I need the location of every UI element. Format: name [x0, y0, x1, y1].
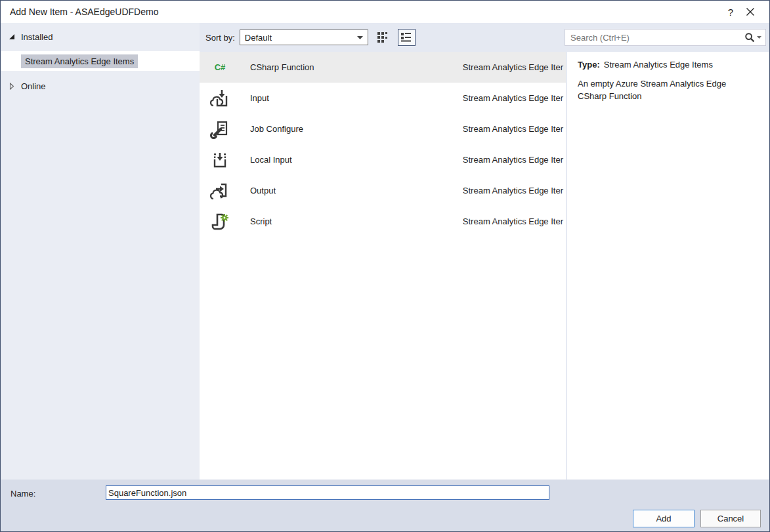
template-list: C# CSharp Function Stream Analytics Edge…	[200, 52, 566, 480]
item-name: Script	[250, 216, 272, 226]
list-item-csharp-function[interactable]: C# CSharp Function Stream Analytics Edge…	[200, 52, 566, 83]
item-type: Stream Analytics Edge Iter	[463, 186, 563, 195]
item-type: Stream Analytics Edge Iter	[463, 155, 563, 165]
list-item-script[interactable]: Script Stream Analytics Edge Iter	[200, 206, 566, 237]
list-item-output[interactable]: Output Stream Analytics Edge Iter	[200, 175, 566, 206]
local-input-icon	[209, 149, 231, 171]
input-icon	[209, 87, 231, 110]
tree-collapsed-icon	[7, 82, 16, 90]
csharp-icon: C#	[209, 56, 231, 79]
help-icon: ?	[728, 7, 733, 18]
type-value: Stream Analytics Edge Items	[604, 60, 713, 70]
search-box[interactable]	[565, 29, 766, 46]
sidebar-item-installed[interactable]: Installed	[1, 30, 200, 44]
item-type: Stream Analytics Edge Iter	[463, 62, 563, 72]
output-icon	[209, 180, 231, 202]
add-button[interactable]: Add	[633, 510, 695, 527]
list-view-icon	[400, 32, 412, 43]
list-view-button[interactable]	[398, 29, 416, 46]
job-configure-icon	[209, 118, 231, 140]
selected-category-label: Stream Analytics Edge Items	[21, 54, 138, 68]
item-name: CSharp Function	[250, 62, 314, 72]
titlebar: Add New Item - ASAEdgeUDFDemo ?	[1, 1, 769, 23]
close-button[interactable]	[740, 3, 760, 20]
item-type: Stream Analytics Edge Iter	[463, 93, 563, 103]
list-item-local-input[interactable]: Local Input Stream Analytics Edge Iter	[200, 144, 566, 175]
name-input[interactable]	[106, 485, 549, 500]
item-name: Local Input	[250, 155, 292, 165]
sort-by-label: Sort by:	[205, 33, 235, 43]
chevron-down-icon	[357, 36, 363, 39]
type-label: Type:	[578, 60, 600, 70]
info-panel: Type:Stream Analytics Edge Items An empt…	[567, 52, 769, 480]
list-item-job-configure[interactable]: Job Configure Stream Analytics Edge Iter	[200, 113, 566, 144]
close-icon	[746, 7, 755, 16]
item-type: Stream Analytics Edge Iter	[463, 124, 563, 134]
item-name: Output	[250, 186, 276, 195]
help-button[interactable]: ?	[721, 3, 740, 20]
item-name: Job Configure	[250, 124, 303, 134]
sort-by-dropdown[interactable]: Default	[240, 30, 368, 45]
category-sidebar: Installed Stream Analytics Edge Items On…	[1, 23, 200, 480]
small-icons-view-icon	[377, 32, 389, 43]
online-label: Online	[21, 81, 46, 91]
sidebar-item-online[interactable]: Online	[1, 79, 200, 93]
installed-label: Installed	[21, 32, 53, 42]
tree-expanded-icon	[7, 33, 16, 41]
search-input[interactable]	[569, 32, 744, 43]
item-description: An empty Azure Stream Analytics Edge CSh…	[578, 78, 754, 103]
script-icon	[209, 211, 231, 233]
sidebar-item-stream-analytics-edge-items[interactable]: Stream Analytics Edge Items	[1, 51, 200, 71]
cancel-button[interactable]: Cancel	[700, 510, 761, 527]
add-new-item-dialog: Add New Item - ASAEdgeUDFDemo ? Installe…	[0, 0, 770, 532]
footer-bar: Name: Add Cancel	[1, 480, 769, 531]
search-options-caret-icon	[757, 36, 761, 39]
name-label: Name:	[11, 489, 35, 499]
sort-by-value: Default	[245, 33, 272, 43]
dialog-title: Add New Item - ASAEdgeUDFDemo	[10, 7, 158, 17]
item-type: Stream Analytics Edge Iter	[463, 216, 563, 226]
small-icons-view-button[interactable]	[374, 29, 392, 46]
search-icon[interactable]	[744, 32, 761, 43]
toolbar: Sort by: Default	[200, 23, 769, 52]
item-name: Input	[250, 93, 269, 103]
list-item-input[interactable]: Input Stream Analytics Edge Iter	[200, 83, 566, 113]
